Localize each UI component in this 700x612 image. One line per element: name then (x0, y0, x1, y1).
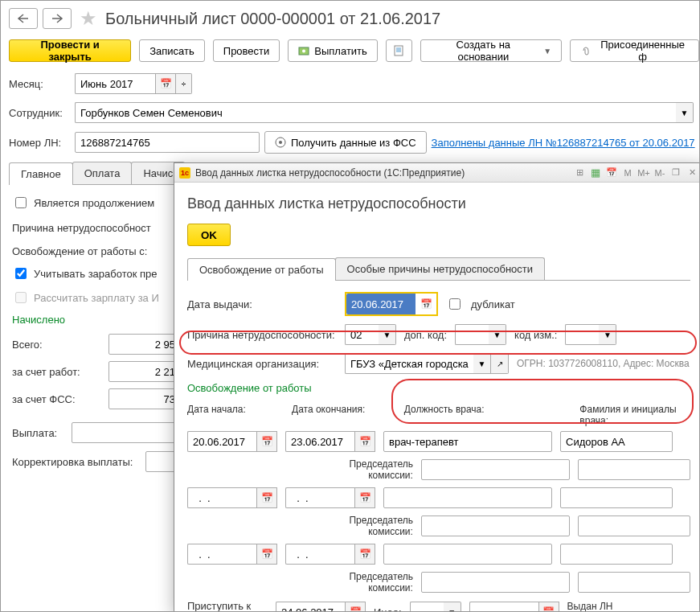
row2-doctor-pos-input[interactable] (383, 487, 552, 508)
calendar-button[interactable]: 📅 (256, 431, 277, 452)
total-label: Всего: (12, 339, 108, 351)
chairman-name-input[interactable] (578, 459, 690, 480)
calendar-button[interactable]: 📅 (415, 294, 436, 314)
payout-input[interactable] (72, 422, 176, 443)
m-plus-icon[interactable]: M+ (637, 166, 650, 179)
chairman2-pos-input[interactable] (421, 515, 570, 536)
start-date-input[interactable] (187, 431, 256, 452)
tab-payment[interactable]: Оплата (72, 162, 133, 184)
attached-files-button[interactable]: Присоединенные ф (570, 39, 699, 62)
employee-label: Сотрудник: (9, 107, 70, 119)
release-from-label: Освобождение от работы с: (12, 245, 147, 257)
calendar-button[interactable]: 📅 (354, 487, 375, 508)
svg-point-7 (279, 141, 282, 144)
end-date-col-label: Дата окончания: (292, 404, 395, 426)
total-input[interactable] (108, 334, 181, 355)
med-org-input[interactable] (345, 353, 473, 374)
add-code-input[interactable] (455, 324, 489, 345)
chevron-down-icon[interactable]: ▼ (379, 324, 396, 345)
continuation-checkbox[interactable] (15, 197, 27, 208)
end-date-input[interactable] (285, 431, 354, 452)
modal-tab-special[interactable]: Особые причины нетрудоспособности (335, 257, 545, 280)
chevron-down-icon[interactable]: ▼ (473, 353, 491, 374)
employer-label: за счет работ: (12, 366, 108, 378)
change-code-input[interactable] (565, 324, 599, 345)
med-org-label: Медицинская организация: (187, 358, 337, 370)
row3-doctor-pos-input[interactable] (383, 544, 552, 565)
modal-tab-release[interactable]: Освобождение от работы (187, 258, 336, 281)
row3-doctor-name-input[interactable] (560, 544, 673, 565)
doctor-name-col-label: Фамилия и инициалы врача: (579, 404, 690, 426)
calendar-button[interactable]: 📅 (256, 487, 277, 508)
issue-date-label: Дата выдачи: (187, 298, 337, 310)
row2-end-input[interactable] (285, 487, 354, 508)
open-icon[interactable]: ↗ (491, 353, 509, 374)
row2-doctor-name-input[interactable] (560, 487, 673, 508)
ok-button[interactable]: OK (187, 224, 231, 246)
save-button[interactable]: Записать (139, 39, 205, 62)
restore-icon[interactable]: ❐ (669, 166, 682, 179)
issued-ln-label: Выдан ЛН (продолжение) №: (567, 601, 664, 612)
get-fss-data-button[interactable]: Получить данные из ФСС (264, 131, 427, 154)
submit-and-close-button[interactable]: Провести и закрыть (9, 39, 131, 62)
reason-code-input[interactable] (345, 324, 379, 345)
pay-button[interactable]: Выплатить (288, 39, 378, 62)
reason-label: Причина нетрудоспособност (12, 222, 151, 234)
back-button[interactable] (9, 8, 38, 29)
print-button[interactable] (386, 39, 413, 62)
calendar-button[interactable]: 📅 (256, 544, 277, 565)
fss-data-link[interactable]: Заполнены данные ЛН №126887214765 от 20.… (432, 137, 695, 149)
svg-rect-2 (395, 46, 403, 55)
chevron-down-icon[interactable]: ▼ (489, 324, 506, 345)
month-input[interactable] (75, 73, 155, 94)
correction-input[interactable] (145, 451, 176, 472)
favorite-star-icon[interactable]: ★ (80, 7, 97, 30)
forward-button[interactable] (43, 8, 72, 29)
svg-point-1 (302, 50, 305, 53)
other-input[interactable] (410, 602, 444, 612)
chairman3-pos-input[interactable] (421, 572, 570, 593)
doctor-name-input[interactable] (560, 431, 673, 452)
m-minus-icon[interactable]: M- (653, 166, 666, 179)
duplicate-checkbox[interactable] (449, 298, 461, 310)
calendar-button[interactable]: 📅 (354, 544, 375, 565)
toolbar-icon[interactable]: ⊞ (573, 166, 586, 179)
calendar-button[interactable]: 📅 (538, 602, 559, 612)
chevron-down-icon: ▼ (543, 47, 551, 55)
employer-input[interactable] (108, 361, 181, 382)
m-icon[interactable]: M (621, 166, 634, 179)
chairman3-name-input[interactable] (578, 572, 690, 593)
month-stepper[interactable]: ÷ (176, 73, 192, 94)
other-date-input[interactable] (469, 602, 538, 612)
ln-number-label: Номер ЛН: (9, 137, 70, 149)
issue-date-input[interactable] (346, 294, 415, 314)
chevron-down-icon[interactable]: ▼ (444, 602, 461, 612)
employee-input[interactable] (75, 102, 676, 123)
chevron-down-icon[interactable]: ▼ (599, 324, 616, 345)
chairman-pos-input[interactable] (421, 459, 570, 480)
close-icon[interactable]: ✕ (686, 166, 698, 179)
calendar-icon[interactable]: 📅 (155, 73, 176, 94)
row3-end-input[interactable] (285, 544, 354, 565)
fss-input[interactable] (108, 388, 181, 409)
tab-main[interactable]: Главное (9, 162, 73, 185)
row3-start-input[interactable] (187, 544, 256, 565)
submit-button[interactable]: Провести (213, 39, 280, 62)
create-based-on-button[interactable]: Создать на основании ▼ (420, 39, 562, 62)
calendar-button[interactable]: 📅 (354, 431, 375, 452)
calendar-small-icon[interactable]: ▦ (589, 166, 602, 179)
calendar-button[interactable]: 📅 (345, 602, 366, 612)
add-code-label: доп. код: (404, 329, 447, 341)
chairman2-name-input[interactable] (578, 515, 690, 536)
calendar-31-icon[interactable]: 📅 (605, 166, 618, 179)
chevron-down-icon[interactable]: ▼ (676, 102, 694, 123)
duplicate-label: дубликат (471, 298, 515, 310)
ln-number-input[interactable] (75, 132, 260, 153)
consider-earnings-checkbox[interactable] (15, 268, 27, 279)
document-icon (393, 45, 404, 56)
doctor-position-input[interactable] (383, 431, 552, 452)
return-date-input[interactable] (276, 602, 345, 612)
app-icon: 1c (179, 167, 190, 179)
continuation-label: Является продолжением (34, 197, 154, 209)
row2-start-input[interactable] (187, 487, 256, 508)
